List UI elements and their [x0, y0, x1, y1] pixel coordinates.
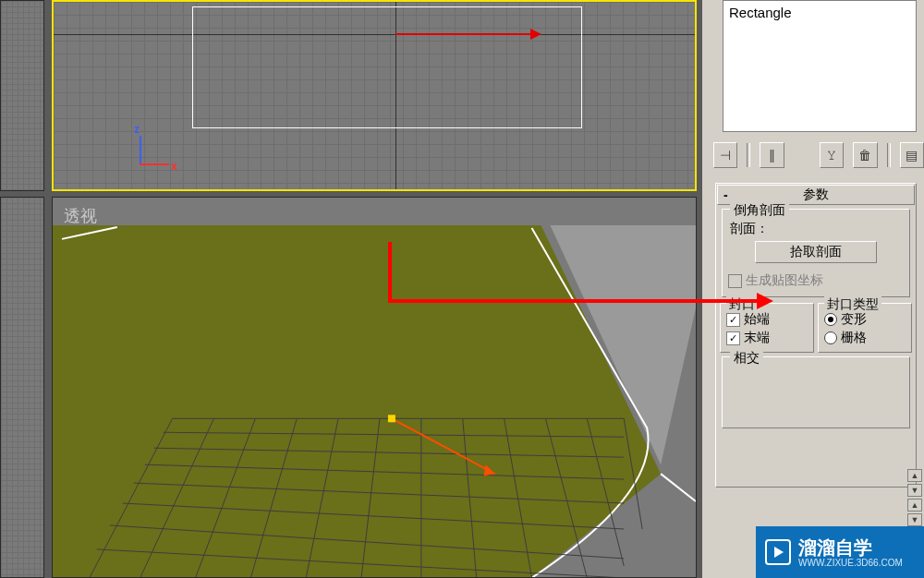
x-axis-icon	[140, 163, 169, 165]
intersect-group: 相交	[722, 356, 910, 428]
cap-type-morph-radio[interactable]: 变形	[824, 311, 906, 328]
cap-group: 封口 ✓ 始端 ✓ 末端	[720, 303, 814, 353]
move-gizmo-x[interactable]	[395, 33, 534, 35]
viewport-small-bottom[interactable]	[0, 197, 44, 578]
rollout-title: 参数	[718, 187, 914, 203]
generate-uv-checkbox: 生成贴图坐标	[728, 272, 904, 289]
cap-type-grid-radio[interactable]: 栅格	[824, 330, 906, 346]
viewport-top-active[interactable]: z x	[52, 0, 697, 191]
make-unique-button[interactable]: 𝚈	[820, 142, 844, 168]
play-icon	[765, 539, 791, 565]
cap-end-checkbox[interactable]: ✓ 末端	[726, 330, 808, 346]
bevel-profile-group: 倒角剖面 剖面： 拾取剖面 生成贴图坐标	[722, 209, 910, 297]
watermark-url: WWW.ZIXUE.3D66.COM	[798, 558, 903, 568]
svg-marker-0	[53, 225, 661, 578]
z-axis-icon	[140, 136, 141, 165]
group-label: 相交	[730, 350, 763, 367]
cap-start-checkbox[interactable]: ✓ 始端	[726, 311, 808, 328]
svg-rect-24	[388, 415, 395, 422]
pick-profile-button[interactable]: 拾取剖面	[755, 241, 877, 263]
checkbox-icon: ✓	[726, 313, 740, 327]
cap-type-group: 封口类型 变形 栅格	[818, 303, 912, 353]
cap-start-label: 始端	[744, 311, 770, 328]
cap-type-morph-label: 变形	[841, 311, 867, 328]
pin-icon: ⊣	[720, 148, 731, 163]
rectangle-shape[interactable]	[192, 6, 582, 128]
configure-sets-button[interactable]: ▤	[900, 142, 924, 168]
radio-icon	[824, 331, 837, 344]
viewport-small-top[interactable]	[0, 0, 44, 191]
modifier-stack-list[interactable]: Rectangle	[723, 0, 917, 132]
checkbox-icon: ✓	[726, 331, 740, 345]
spinner-up-button[interactable]: ▲	[907, 499, 922, 512]
profile-label: 剖面：	[730, 221, 904, 237]
modifier-toolbar: ⊣ ‖ 𝚈 🗑 ▤	[713, 140, 924, 170]
cap-type-grid-label: 栅格	[841, 330, 867, 346]
perspective-scene	[53, 198, 696, 578]
checkbox-icon	[728, 274, 742, 288]
x-axis-label: x	[171, 160, 177, 173]
viewport-area: z x 透视	[0, 0, 702, 578]
trash-icon: 🗑	[858, 148, 871, 163]
generate-uv-label: 生成贴图坐标	[746, 272, 823, 289]
radio-icon	[824, 313, 837, 326]
spinner-down-button[interactable]: ▼	[907, 484, 922, 497]
remove-modifier-button[interactable]: 🗑	[853, 142, 877, 168]
unique-icon: 𝚈	[827, 148, 836, 163]
watermark-brand: 溜溜自学	[798, 537, 903, 558]
cap-end-label: 末端	[744, 330, 770, 346]
watermark: 溜溜自学 WWW.ZIXUE.3D66.COM	[756, 526, 924, 578]
group-label: 封口类型	[824, 296, 881, 313]
z-axis-label: z	[134, 123, 140, 136]
separator-icon	[747, 143, 750, 167]
pin-stack-button[interactable]: ⊣	[713, 142, 737, 168]
spinner-down-button[interactable]: ▼	[907, 513, 922, 526]
parameters-rollout: - 参数 倒角剖面 剖面： 拾取剖面 生成贴图坐标 封口 ✓ 始端 ✓ 末端	[715, 183, 917, 488]
command-panel: Rectangle ⊣ ‖ 𝚈 🗑 ▤ - 参数 倒角剖面 剖面： 拾取剖面 生…	[702, 0, 924, 578]
bars-icon: ‖	[769, 148, 775, 163]
annotation-arrow	[391, 299, 760, 303]
spinner-up-button[interactable]: ▲	[907, 469, 922, 482]
spinner-controls: ▲ ▼ ▲ ▼	[907, 469, 922, 526]
viewport-perspective[interactable]: 透视	[52, 197, 697, 578]
axis-tripod: z x	[132, 126, 178, 173]
group-label: 倒角剖面	[730, 202, 789, 219]
separator-icon	[887, 143, 891, 167]
collapse-icon: -	[723, 187, 728, 202]
modifier-stack-item[interactable]: Rectangle	[729, 5, 792, 20]
show-end-result-button[interactable]: ‖	[760, 142, 784, 168]
config-icon: ▤	[906, 148, 918, 163]
viewport-left-strip	[0, 0, 44, 578]
